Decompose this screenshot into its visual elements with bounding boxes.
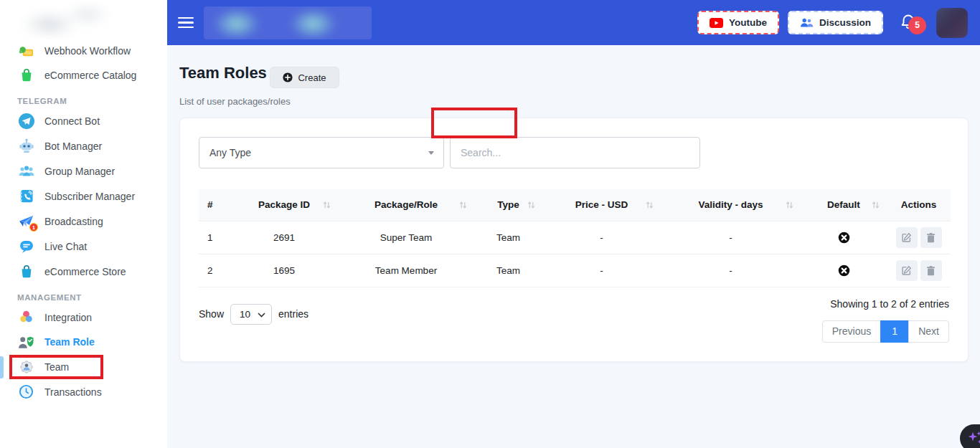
delete-button[interactable] [920, 227, 942, 248]
youtube-button[interactable]: Youtube [697, 11, 779, 34]
type-cell: Team [474, 254, 542, 287]
create-button[interactable]: Create [270, 67, 339, 88]
sidebar-item-ecommerce-store[interactable]: eCommerce Store [0, 259, 167, 284]
discussion-button[interactable]: Discussion [788, 11, 883, 34]
showing-entries-text: Showing 1 to 2 of 2 entries [830, 298, 949, 310]
sidebar-item-label: Broadcasting [44, 216, 103, 227]
actions-cell [887, 254, 951, 287]
sidebar-item-label: eCommerce Store [44, 266, 126, 277]
sidebar-item-subscriber-manager[interactable]: Subscriber Manager [0, 184, 167, 209]
sidebar-item-label: Subscriber Manager [44, 191, 135, 202]
gear-person-icon [17, 358, 35, 376]
default-cell [801, 254, 887, 287]
sidebar-item-label: Team Role [44, 336, 95, 348]
column-header-validity[interactable]: Validity - days [661, 189, 801, 221]
previous-page-button[interactable]: Previous [822, 320, 881, 343]
chat-bubble-icon [17, 237, 35, 255]
broadcasting-count-badge: 1 [29, 223, 38, 232]
pagination-area: Showing 1 to 2 of 2 entries Previous 1 N… [822, 298, 949, 343]
sidebar-item-team-role[interactable]: Team Role [0, 330, 167, 354]
default-disabled-icon [838, 264, 850, 277]
sort-icon[interactable] [323, 201, 331, 209]
search-input[interactable] [450, 137, 700, 168]
table-footer: Show 10 entries Showing 1 to 2 of 2 entr… [199, 298, 949, 343]
sidebar-item-team[interactable]: Team [0, 354, 167, 379]
sidebar-item-ecommerce-catalog[interactable]: eCommerce Catalog [0, 63, 167, 87]
contact-phone-icon [17, 187, 35, 205]
sidebar-item-label: Transactions [44, 386, 102, 398]
person-shield-icon [17, 333, 35, 351]
page-size-value: 10 [240, 309, 250, 320]
team-roles-card: Any Type # Package ID Package/Role Type [179, 118, 969, 362]
table-row: 1 2691 Super Team Team - - [199, 221, 951, 254]
header-actions: Youtube Discussion 5 [697, 8, 980, 38]
entries-label: entries [278, 308, 308, 320]
type-filter-select[interactable]: Any Type [199, 137, 444, 168]
hamburger-menu-icon[interactable] [178, 14, 195, 32]
type-filter-value: Any Type [209, 147, 251, 158]
sidebar-item-label: Group Manager [44, 166, 115, 177]
sidebar-section-telegram: TELEGRAM [17, 97, 167, 105]
sidebar-item-bot-manager[interactable]: Bot Manager [0, 133, 167, 158]
package-role-cell: Team Member [338, 254, 474, 287]
page-1-button[interactable]: 1 [880, 320, 909, 343]
clock-history-icon [17, 383, 35, 401]
column-header-type[interactable]: Type [474, 189, 542, 221]
shopping-bag-green-icon [17, 67, 35, 85]
top-header: Youtube Discussion 5 [167, 0, 980, 45]
sort-icon[interactable] [646, 201, 654, 209]
discussion-button-label: Discussion [819, 17, 871, 28]
sidebar-section-management: MANAGEMENT [17, 293, 167, 302]
default-disabled-icon [838, 232, 850, 244]
sidebar-item-label: Webhook Workflow [44, 45, 131, 57]
people-group-icon [17, 162, 35, 180]
sidebar-item-label: Bot Manager [44, 140, 102, 152]
column-header-default[interactable]: Default [801, 189, 887, 221]
pagination: Previous 1 Next [822, 320, 949, 343]
youtube-button-label: Youtube [729, 17, 767, 28]
delete-button[interactable] [920, 260, 942, 281]
package-role-cell: Super Team [338, 221, 474, 254]
robot-icon [17, 137, 35, 155]
blurred-bot-selector[interactable] [204, 6, 372, 39]
user-avatar[interactable] [936, 8, 968, 38]
column-header-actions: Actions [887, 189, 951, 221]
shopping-bag-blue-icon [17, 262, 35, 280]
webhook-workflow-icon [17, 42, 35, 60]
sidebar-item-broadcasting[interactable]: 1 Broadcasting [0, 209, 167, 234]
sort-icon[interactable] [459, 201, 467, 209]
edit-button[interactable] [896, 227, 918, 248]
sort-icon[interactable] [786, 201, 793, 209]
page-subtitle: List of user packages/roles [179, 96, 291, 107]
sparkles-icon [966, 429, 980, 448]
next-page-button[interactable]: Next [908, 320, 949, 343]
column-header-package-role[interactable]: Package/Role [338, 189, 474, 221]
app-logo[interactable] [6, 1, 113, 39]
row-number: 2 [199, 254, 230, 287]
main-content: Team Roles Create List of user packages/… [167, 45, 980, 448]
people-discussion-icon [800, 17, 814, 28]
sort-icon[interactable] [527, 201, 535, 209]
sidebar-item-connect-bot[interactable]: Connect Bot [0, 108, 167, 133]
notification-count-badge: 5 [908, 16, 926, 34]
notifications-button[interactable]: 5 [899, 9, 923, 37]
edit-pencil-icon [901, 265, 912, 276]
active-item-indicator [0, 356, 4, 378]
table-row: 2 1695 Team Member Team - - [199, 254, 951, 287]
sort-icon[interactable] [872, 201, 880, 209]
sidebar-item-transactions[interactable]: Transactions [0, 379, 167, 404]
create-button-label: Create [298, 72, 326, 83]
edit-button[interactable] [896, 260, 918, 281]
sidebar-item-live-chat[interactable]: Live Chat [0, 234, 167, 259]
trash-icon [926, 265, 936, 276]
sidebar-item-group-manager[interactable]: Group Manager [0, 158, 167, 184]
sidebar-item-integration[interactable]: Integration [0, 305, 167, 330]
sidebar-item-webhook-workflow[interactable]: Webhook Workflow [0, 39, 167, 63]
paper-plane-icon: 1 [17, 212, 35, 230]
column-header-price[interactable]: Price - USD [542, 189, 661, 221]
page-size-select[interactable]: 10 [230, 304, 272, 325]
page-size-control: Show 10 entries [199, 304, 308, 325]
sidebar-item-label: Integration [44, 312, 92, 323]
app-root: Webhook Workflow eCommerce Catalog TELEG… [0, 0, 980, 448]
column-header-package-id[interactable]: Package ID [230, 189, 338, 221]
